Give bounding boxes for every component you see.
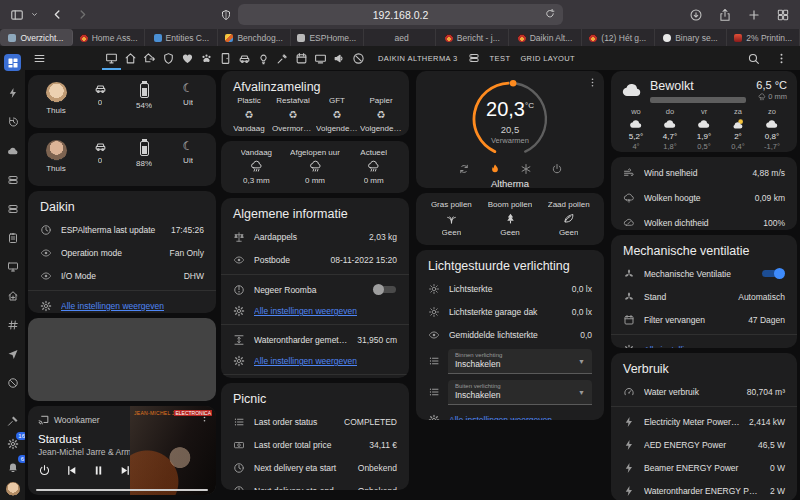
downloads-icon[interactable] xyxy=(689,8,703,22)
water-consumption-row[interactable]: Water verbruik 80,704 m³ xyxy=(611,380,797,403)
entity-row[interactable]: Postbode 08-11-2022 15:20 xyxy=(221,248,409,271)
sleep-state[interactable]: ☾Uit xyxy=(166,140,210,173)
entity-row[interactable]: ESPAltherma last update 17:45:26 xyxy=(28,218,216,241)
browser-tab[interactable]: Benchdog... xyxy=(218,29,291,46)
mode-off-icon[interactable] xyxy=(551,163,563,175)
sidebar-toggle-icon[interactable] xyxy=(10,8,24,22)
tab-daikin-altherma[interactable]: DAIKIN ALTHERMA 3 xyxy=(378,54,458,63)
energy[interactable] xyxy=(4,85,21,100)
forward-icon[interactable] xyxy=(76,8,89,21)
rain-item[interactable]: Actueel 0 mm xyxy=(344,148,403,185)
show-all-settings-link[interactable]: Alle instellingen weergeven xyxy=(449,415,592,421)
developer-tools[interactable] xyxy=(4,413,21,428)
entity-row[interactable]: Wolken hoogte 0,09 km xyxy=(611,185,797,210)
browser-tab[interactable]: (12) Hét g... xyxy=(582,29,655,46)
health-tab[interactable] xyxy=(178,46,197,70)
entity-row[interactable]: Electricity Meter Power consumption 2,41… xyxy=(611,410,797,433)
browser-tab[interactable]: Daikin Alt... xyxy=(509,29,582,46)
search-icon[interactable] xyxy=(747,52,760,65)
browser-tab[interactable]: Overzicht... xyxy=(0,29,73,46)
show-all-settings-link[interactable]: Alle instellingen weergeven xyxy=(61,301,204,311)
settings-link-row[interactable]: Alle instellingen weergeven xyxy=(28,294,216,313)
reload-icon[interactable] xyxy=(544,8,556,20)
announce-tab[interactable] xyxy=(330,46,349,70)
entity-row[interactable]: Next delivery eta start Onbekend xyxy=(221,456,409,479)
entity-row[interactable]: Aardappels 2,03 kg xyxy=(221,225,409,248)
tools-tab[interactable] xyxy=(273,46,292,70)
outdoor-light-select[interactable]: Buiten verlichting Inschakelen ▼ xyxy=(448,380,592,405)
entity-row[interactable]: Wind snelheid 4,88 m/s xyxy=(611,160,797,185)
calendar-tab[interactable] xyxy=(292,46,311,70)
entity-row[interactable]: Lichtsterkte garage dak 0,0 lx xyxy=(416,300,604,323)
pollen-item[interactable]: Boom pollen Geen xyxy=(481,200,540,237)
settings-link-row[interactable]: Alle instellingen weergeven xyxy=(221,351,409,371)
entity-row[interactable]: Gemiddelde lichtsterkte 0,0 xyxy=(416,323,604,346)
logbook[interactable] xyxy=(4,230,21,245)
car-count[interactable]: 0 xyxy=(78,82,122,115)
tab-overview-icon[interactable] xyxy=(776,8,790,22)
waste-item[interactable]: Restafval ♻ Overmorgen xyxy=(271,96,315,133)
entity-row[interactable]: Beamer ENERGY Power 0 W xyxy=(611,456,797,479)
entity-row[interactable]: Stand Automatisch xyxy=(611,285,797,308)
ventilation-toggle-row[interactable]: Mechanische Ventilatie xyxy=(611,262,797,285)
media-tab[interactable] xyxy=(311,46,330,70)
roomba-toggle-row[interactable]: Negeer Roomba xyxy=(221,278,409,301)
pollen-item[interactable]: Gras pollen Geen xyxy=(422,200,481,237)
show-all-settings-link[interactable]: Alle instellingen weergeven xyxy=(644,345,785,349)
address-bar[interactable]: 192.168.0.2 xyxy=(238,4,563,25)
privacy-shield-icon[interactable] xyxy=(220,9,232,21)
lights-tab[interactable] xyxy=(254,46,273,70)
entity-row[interactable]: Waterontharder ENERGY Power 2 W xyxy=(611,479,797,500)
previous-track-button[interactable] xyxy=(65,464,78,477)
settings[interactable]: 16 xyxy=(4,436,21,451)
power-button[interactable] xyxy=(38,464,51,477)
waste-item[interactable]: Plastic ♻ Vandaag xyxy=(227,96,271,133)
entity-row[interactable]: AED ENERGY Power 46,5 W xyxy=(611,433,797,456)
entity-row[interactable]: Wolken dichtheid 100% xyxy=(611,210,797,230)
browser-tab[interactable]: Bericht - j... xyxy=(436,29,509,46)
mode-heat-icon[interactable] xyxy=(489,163,501,175)
user-avatar[interactable] xyxy=(6,482,20,496)
entity-row[interactable]: I/O Mode DHW xyxy=(28,264,216,287)
entity-row[interactable]: Lichtsterkte 0,0 lx xyxy=(416,277,604,300)
pets-tab[interactable] xyxy=(197,46,216,70)
entity-row[interactable]: Last order status COMPLETED xyxy=(221,410,409,433)
media-server[interactable] xyxy=(4,172,21,187)
new-tab-icon[interactable] xyxy=(747,8,761,22)
browser-tab[interactable]: 2% Printin... xyxy=(727,29,800,46)
settings-link-row[interactable]: Alle instellingen weergeven xyxy=(221,301,409,321)
chevron-down-icon[interactable] xyxy=(30,10,39,19)
settings-link-row[interactable]: Alle instellingen weergeven xyxy=(416,408,604,420)
phone-battery[interactable]: 88% xyxy=(122,140,166,173)
browser-tab[interactable]: Binary se... xyxy=(655,29,728,46)
overflow-menu-icon[interactable] xyxy=(775,52,788,65)
rain-item[interactable]: Afgelopen uur 0 mm xyxy=(286,148,345,185)
entity-row[interactable]: Filter vervangen 47 Dagen xyxy=(611,308,797,331)
entity-row[interactable]: Last order total price 34,11 € xyxy=(221,433,409,456)
overview[interactable] xyxy=(4,54,21,71)
mode-auto-icon[interactable] xyxy=(458,163,470,175)
browser-tab[interactable]: ESPHome... xyxy=(291,29,364,46)
show-all-settings-link[interactable]: Alle instellingen weergeven xyxy=(254,306,397,316)
person-presence[interactable]: Thuis xyxy=(34,82,78,115)
car-count[interactable]: 0 xyxy=(78,140,122,173)
weather-card[interactable]: Bewolkt 6,5 °C 0 mm wo 5,2° xyxy=(611,71,797,152)
tab-test[interactable]: TEST xyxy=(490,54,511,63)
share-icon[interactable] xyxy=(718,8,732,22)
browser-tab[interactable]: Entities C... xyxy=(145,29,218,46)
server-view-tab-icon[interactable] xyxy=(468,52,480,64)
sleep-state[interactable]: ☾Uit xyxy=(166,82,210,115)
menu-icon[interactable] xyxy=(25,52,46,65)
waste-item[interactable]: Papier ♻ Volgende we... xyxy=(359,96,403,133)
rain-item[interactable]: Vandaag 0,3 mm xyxy=(227,148,286,185)
browser-tab[interactable]: Home Ass... xyxy=(73,29,146,46)
mode-cool-icon[interactable] xyxy=(520,163,532,175)
home-tab[interactable] xyxy=(121,46,140,70)
roomba-toggle[interactable] xyxy=(373,284,397,295)
dashboards[interactable] xyxy=(4,259,21,274)
integrations[interactable] xyxy=(4,317,21,332)
media-menu-icon[interactable] xyxy=(199,412,210,423)
disabled-tab[interactable] xyxy=(349,46,368,70)
ventilation-toggle[interactable] xyxy=(761,268,785,279)
media-progress-bar[interactable] xyxy=(36,489,208,491)
